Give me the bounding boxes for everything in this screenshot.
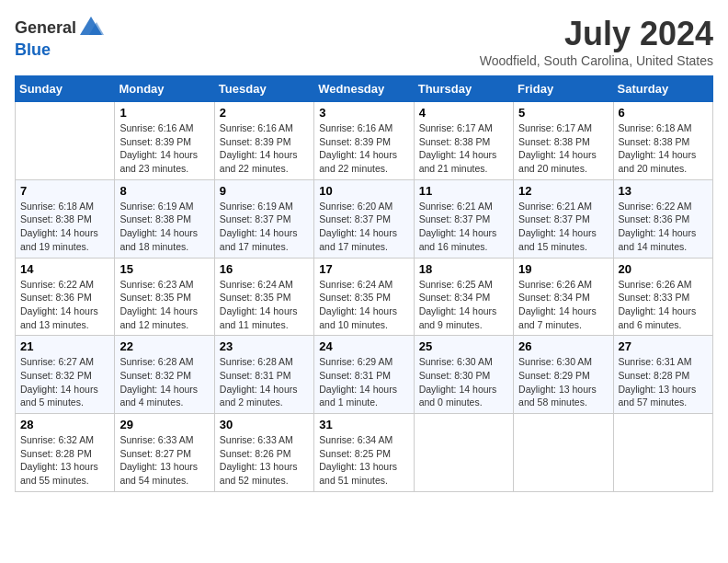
calendar-cell: 29Sunrise: 6:33 AMSunset: 8:27 PMDayligh… bbox=[115, 414, 214, 492]
calendar-cell: 31Sunrise: 6:34 AMSunset: 8:25 PMDayligh… bbox=[314, 414, 414, 492]
day-info: Sunrise: 6:33 AMSunset: 8:26 PMDaylight:… bbox=[220, 433, 309, 488]
day-number: 27 bbox=[619, 339, 708, 353]
day-number: 21 bbox=[20, 339, 109, 353]
location-title: Woodfield, South Carolina, United States bbox=[480, 53, 713, 68]
day-info: Sunrise: 6:17 AMSunset: 8:38 PMDaylight:… bbox=[518, 121, 608, 176]
day-info: Sunrise: 6:24 AMSunset: 8:35 PMDaylight:… bbox=[319, 278, 408, 332]
day-info: Sunrise: 6:25 AMSunset: 8:34 PMDaylight:… bbox=[419, 278, 508, 332]
calendar-cell: 15Sunrise: 6:23 AMSunset: 8:35 PMDayligh… bbox=[115, 258, 214, 336]
day-info: Sunrise: 6:22 AMSunset: 8:36 PMDaylight:… bbox=[20, 278, 109, 332]
day-number: 3 bbox=[319, 106, 408, 120]
day-number: 16 bbox=[220, 262, 309, 276]
calendar-cell: 20Sunrise: 6:26 AMSunset: 8:33 PMDayligh… bbox=[613, 258, 712, 336]
day-number: 25 bbox=[419, 339, 508, 353]
day-number: 22 bbox=[119, 339, 209, 353]
day-number: 6 bbox=[619, 106, 708, 120]
logo-general-text: General bbox=[15, 18, 76, 38]
title-area: July 2024 Woodfield, South Carolina, Uni… bbox=[480, 15, 713, 68]
calendar-cell: 18Sunrise: 6:25 AMSunset: 8:34 PMDayligh… bbox=[414, 258, 513, 336]
calendar-cell bbox=[514, 414, 613, 492]
day-header-thursday: Thursday bbox=[414, 76, 513, 102]
day-number: 29 bbox=[119, 418, 209, 431]
day-info: Sunrise: 6:18 AMSunset: 8:38 PMDaylight:… bbox=[619, 121, 708, 176]
day-info: Sunrise: 6:33 AMSunset: 8:27 PMDaylight:… bbox=[119, 433, 209, 488]
calendar-cell: 28Sunrise: 6:32 AMSunset: 8:28 PMDayligh… bbox=[16, 414, 115, 492]
day-number: 28 bbox=[20, 418, 109, 431]
day-number: 13 bbox=[619, 184, 708, 198]
day-info: Sunrise: 6:29 AMSunset: 8:31 PMDaylight:… bbox=[319, 355, 408, 409]
calendar-cell: 8Sunrise: 6:19 AMSunset: 8:38 PMDaylight… bbox=[115, 179, 214, 258]
logo-icon bbox=[78, 15, 104, 40]
calendar-cell: 26Sunrise: 6:30 AMSunset: 8:29 PMDayligh… bbox=[514, 336, 613, 414]
day-info: Sunrise: 6:19 AMSunset: 8:38 PMDaylight:… bbox=[119, 200, 209, 254]
day-info: Sunrise: 6:26 AMSunset: 8:33 PMDaylight:… bbox=[619, 278, 708, 332]
day-info: Sunrise: 6:30 AMSunset: 8:29 PMDaylight:… bbox=[518, 355, 608, 409]
calendar-header-row: SundayMondayTuesdayWednesdayThursdayFrid… bbox=[16, 76, 713, 102]
logo-blue-text: Blue bbox=[15, 40, 51, 60]
calendar-table: SundayMondayTuesdayWednesdayThursdayFrid… bbox=[15, 75, 713, 492]
calendar-cell: 1Sunrise: 6:16 AMSunset: 8:39 PMDaylight… bbox=[115, 102, 214, 180]
calendar-cell: 19Sunrise: 6:26 AMSunset: 8:34 PMDayligh… bbox=[514, 258, 613, 336]
calendar-cell bbox=[16, 102, 115, 180]
day-info: Sunrise: 6:32 AMSunset: 8:28 PMDaylight:… bbox=[20, 433, 109, 488]
calendar-cell: 14Sunrise: 6:22 AMSunset: 8:36 PMDayligh… bbox=[16, 258, 115, 336]
calendar-cell: 9Sunrise: 6:19 AMSunset: 8:37 PMDaylight… bbox=[214, 179, 313, 258]
day-number: 7 bbox=[20, 184, 109, 198]
calendar-cell: 24Sunrise: 6:29 AMSunset: 8:31 PMDayligh… bbox=[314, 336, 414, 414]
day-info: Sunrise: 6:16 AMSunset: 8:39 PMDaylight:… bbox=[119, 121, 209, 176]
calendar-cell: 13Sunrise: 6:22 AMSunset: 8:36 PMDayligh… bbox=[613, 179, 712, 258]
calendar-cell: 3Sunrise: 6:16 AMSunset: 8:39 PMDaylight… bbox=[314, 102, 414, 180]
day-number: 4 bbox=[419, 106, 508, 120]
calendar-cell: 2Sunrise: 6:16 AMSunset: 8:39 PMDaylight… bbox=[214, 102, 313, 180]
month-title: July 2024 bbox=[480, 15, 713, 53]
day-header-monday: Monday bbox=[115, 76, 214, 102]
day-number: 11 bbox=[419, 184, 508, 198]
calendar-cell: 5Sunrise: 6:17 AMSunset: 8:38 PMDaylight… bbox=[514, 102, 613, 180]
day-info: Sunrise: 6:27 AMSunset: 8:32 PMDaylight:… bbox=[20, 355, 109, 409]
calendar-cell: 21Sunrise: 6:27 AMSunset: 8:32 PMDayligh… bbox=[16, 336, 115, 414]
calendar-cell: 30Sunrise: 6:33 AMSunset: 8:26 PMDayligh… bbox=[214, 414, 313, 492]
calendar-cell: 23Sunrise: 6:28 AMSunset: 8:31 PMDayligh… bbox=[214, 336, 313, 414]
calendar-week-row: 7Sunrise: 6:18 AMSunset: 8:38 PMDaylight… bbox=[16, 179, 713, 258]
day-number: 24 bbox=[319, 339, 408, 353]
day-number: 2 bbox=[220, 106, 309, 120]
calendar-cell: 16Sunrise: 6:24 AMSunset: 8:35 PMDayligh… bbox=[214, 258, 313, 336]
day-header-tuesday: Tuesday bbox=[214, 76, 313, 102]
calendar-week-row: 21Sunrise: 6:27 AMSunset: 8:32 PMDayligh… bbox=[16, 336, 713, 414]
calendar-week-row: 14Sunrise: 6:22 AMSunset: 8:36 PMDayligh… bbox=[16, 258, 713, 336]
calendar-week-row: 1Sunrise: 6:16 AMSunset: 8:39 PMDaylight… bbox=[16, 102, 713, 180]
day-info: Sunrise: 6:24 AMSunset: 8:35 PMDaylight:… bbox=[220, 278, 309, 332]
calendar-cell: 12Sunrise: 6:21 AMSunset: 8:37 PMDayligh… bbox=[514, 179, 613, 258]
calendar-cell: 17Sunrise: 6:24 AMSunset: 8:35 PMDayligh… bbox=[314, 258, 414, 336]
day-number: 9 bbox=[220, 184, 309, 198]
page-header: General Blue July 2024 Woodfield, South … bbox=[15, 15, 713, 68]
calendar-cell: 10Sunrise: 6:20 AMSunset: 8:37 PMDayligh… bbox=[314, 179, 414, 258]
day-info: Sunrise: 6:34 AMSunset: 8:25 PMDaylight:… bbox=[319, 433, 408, 488]
day-info: Sunrise: 6:18 AMSunset: 8:38 PMDaylight:… bbox=[20, 200, 109, 254]
day-info: Sunrise: 6:19 AMSunset: 8:37 PMDaylight:… bbox=[220, 200, 309, 254]
calendar-cell: 6Sunrise: 6:18 AMSunset: 8:38 PMDaylight… bbox=[613, 102, 712, 180]
calendar-cell: 25Sunrise: 6:30 AMSunset: 8:30 PMDayligh… bbox=[414, 336, 513, 414]
calendar-cell: 11Sunrise: 6:21 AMSunset: 8:37 PMDayligh… bbox=[414, 179, 513, 258]
day-number: 10 bbox=[319, 184, 408, 198]
day-info: Sunrise: 6:23 AMSunset: 8:35 PMDaylight:… bbox=[119, 278, 209, 332]
day-info: Sunrise: 6:28 AMSunset: 8:31 PMDaylight:… bbox=[220, 355, 309, 409]
day-number: 30 bbox=[220, 418, 309, 431]
calendar-cell: 7Sunrise: 6:18 AMSunset: 8:38 PMDaylight… bbox=[16, 179, 115, 258]
day-info: Sunrise: 6:22 AMSunset: 8:36 PMDaylight:… bbox=[619, 200, 708, 254]
day-number: 8 bbox=[119, 184, 209, 198]
day-header-friday: Friday bbox=[514, 76, 613, 102]
day-number: 12 bbox=[518, 184, 608, 198]
logo: General Blue bbox=[15, 15, 104, 60]
calendar-cell: 4Sunrise: 6:17 AMSunset: 8:38 PMDaylight… bbox=[414, 102, 513, 180]
day-info: Sunrise: 6:21 AMSunset: 8:37 PMDaylight:… bbox=[518, 200, 608, 254]
day-info: Sunrise: 6:16 AMSunset: 8:39 PMDaylight:… bbox=[319, 121, 408, 176]
day-number: 19 bbox=[518, 262, 608, 276]
calendar-cell: 22Sunrise: 6:28 AMSunset: 8:32 PMDayligh… bbox=[115, 336, 214, 414]
day-number: 14 bbox=[20, 262, 109, 276]
day-info: Sunrise: 6:26 AMSunset: 8:34 PMDaylight:… bbox=[518, 278, 608, 332]
day-info: Sunrise: 6:16 AMSunset: 8:39 PMDaylight:… bbox=[220, 121, 309, 176]
day-header-saturday: Saturday bbox=[613, 76, 712, 102]
calendar-cell: 27Sunrise: 6:31 AMSunset: 8:28 PMDayligh… bbox=[613, 336, 712, 414]
day-number: 20 bbox=[619, 262, 708, 276]
